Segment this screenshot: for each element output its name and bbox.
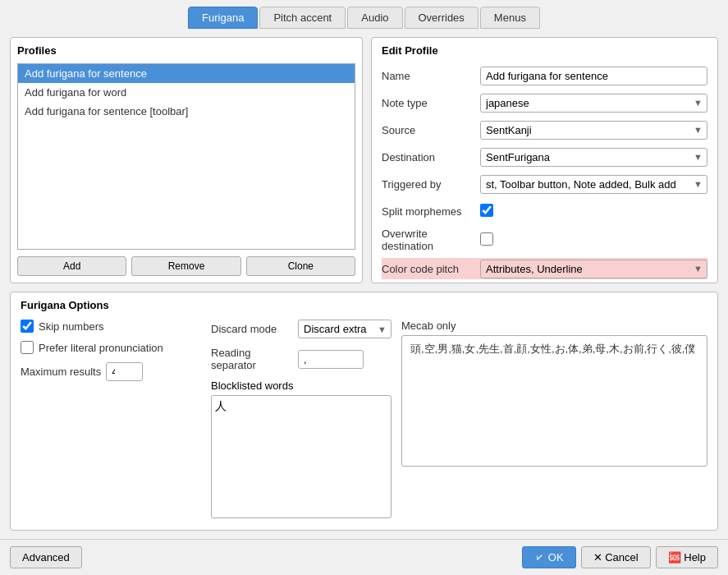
profiles-title: Profiles [17,44,355,57]
max-results-input[interactable] [106,362,143,381]
destination-row: Destination SentFurigana ▼ [382,146,707,168]
overwrite-destination-row: Overwrite destination [382,228,707,252]
tab-audio[interactable]: Audio [347,7,402,29]
profiles-list: Add furigana for sentence Add furigana f… [17,63,355,250]
color-code-pitch-label: Color code pitch [382,260,480,278]
edit-profile-panel: Edit Profile Name Note type japanese ▼ S… [371,37,718,283]
note-type-wrapper: japanese ▼ [480,94,707,113]
destination-wrapper: SentFurigana ▼ [480,148,707,167]
source-wrapper: SentKanji ▼ [480,121,707,140]
name-label: Name [382,70,480,82]
discard-mode-row: Discard mode Discard extra Keep all Disc… [211,320,391,338]
add-button[interactable]: Add [17,256,126,276]
main-content: Profiles Add furigana for sentence Add f… [0,29,728,539]
mecab-only-value: 頭,空,男,猫,女,先生,首,顔,女性,お,体,弟,母,木,お前,行く,彼,僕 [407,339,698,358]
max-results-wrapper [106,362,143,381]
destination-label: Destination [382,151,480,163]
tab-overrides[interactable]: Overrides [405,7,478,29]
color-code-pitch-select[interactable]: Attributes, Underline [480,260,707,278]
reading-separator-input[interactable] [298,350,364,369]
clone-button[interactable]: Clone [246,256,355,276]
col2: Discard mode Discard extra Keep all Disc… [211,320,391,518]
discard-mode-wrapper: Discard extra Keep all Discard all ▼ [298,320,391,338]
prefer-literal-checkbox[interactable] [21,341,34,354]
source-label: Source [382,124,480,136]
blocklisted-textarea[interactable]: 人 [211,395,391,518]
profile-item-1[interactable]: Add furigana for word [18,83,355,102]
tab-bar: Furigana Pitch accent Audio Overrides Me… [0,0,728,29]
blocklisted-label: Blocklisted words [211,380,391,392]
furigana-options-panel: Furigana Options Skip numbers Prefer lit… [10,292,718,531]
profiles-buttons: Add Remove Clone [17,256,355,276]
max-results-row: Maximum results [21,362,201,381]
edit-profile-title: Edit Profile [382,44,707,57]
triggered-by-label: Triggered by [382,178,480,191]
triggered-by-row: Triggered by st, Toolbar button, Note ad… [382,173,707,195]
profile-item-0[interactable]: Add furigana for sentence [18,64,355,83]
tab-menus[interactable]: Menus [480,7,540,29]
name-row: Name [382,65,707,86]
tab-pitch-accent[interactable]: Pitch accent [259,7,346,29]
note-type-row: Note type japanese ▼ [382,92,707,113]
discard-mode-label: Discard mode [211,323,293,335]
bottom-right-buttons: 🗸 OK ✕ Cancel 🆘 Help [522,546,718,568]
skip-numbers-checkbox[interactable] [21,320,34,333]
split-morphemes-value [480,204,707,219]
skip-numbers-label: Skip numbers [39,320,103,333]
source-row: Source SentKanji ▼ [382,119,707,140]
note-type-label: Note type [382,97,480,109]
top-section: Profiles Add furigana for sentence Add f… [10,37,718,283]
name-value-wrapper [480,67,707,85]
discard-mode-select[interactable]: Discard extra Keep all Discard all [298,320,391,338]
profile-item-2[interactable]: Add furigana for sentence [toolbar] [18,102,355,121]
help-button[interactable]: 🆘 Help [656,546,718,568]
color-code-pitch-wrapper: Attributes, Underline ▼ [480,260,707,278]
profiles-panel: Profiles Add furigana for sentence Add f… [10,37,363,283]
overwrite-destination-value [480,232,707,248]
reading-separator-label: Reading separator [211,347,293,371]
remove-button[interactable]: Remove [131,256,240,276]
cancel-button[interactable]: ✕ Cancel [581,546,651,568]
skip-numbers-row: Skip numbers [21,320,201,333]
prefer-literal-label: Prefer literal pronunciation [39,342,163,354]
max-results-label: Maximum results [21,366,101,378]
triggered-by-wrapper: st, Toolbar button, Note added, Bulk add… [480,175,707,194]
mecab-only-label: Mecab only [401,320,707,332]
overwrite-destination-label: Overwrite destination [382,228,480,252]
mecab-only-container: 頭,空,男,猫,女,先生,首,顔,女性,お,体,弟,母,木,お前,行く,彼,僕 [401,335,707,467]
ok-button[interactable]: 🗸 OK [522,546,575,568]
bottom-bar: Advanced 🗸 OK ✕ Cancel 🆘 Help [0,539,728,575]
triggered-by-select[interactable]: st, Toolbar button, Note added, Bulk add [480,175,707,194]
source-select[interactable]: SentKanji [480,121,707,140]
blocklisted-col: Blocklisted words 人 [211,380,391,518]
overwrite-destination-checkbox[interactable] [480,232,493,246]
advanced-button[interactable]: Advanced [10,546,82,568]
col1: Skip numbers Prefer literal pronunciatio… [21,320,201,381]
reading-separator-row: Reading separator [211,347,391,371]
name-input[interactable] [480,67,707,85]
col3: Mecab only 頭,空,男,猫,女,先生,首,顔,女性,お,体,弟,母,木… [401,320,707,467]
note-type-select[interactable]: japanese [480,94,707,113]
prefer-literal-row: Prefer literal pronunciation [21,341,201,354]
split-morphemes-label: Split morphemes [382,205,480,218]
tab-furigana[interactable]: Furigana [188,7,258,29]
color-code-pitch-row: Color code pitch Attributes, Underline ▼ [382,258,707,279]
split-morphemes-row: Split morphemes [382,200,707,222]
furigana-options-title: Furigana Options [21,299,707,311]
destination-select[interactable]: SentFurigana [480,148,707,167]
split-morphemes-checkbox[interactable] [480,204,493,217]
